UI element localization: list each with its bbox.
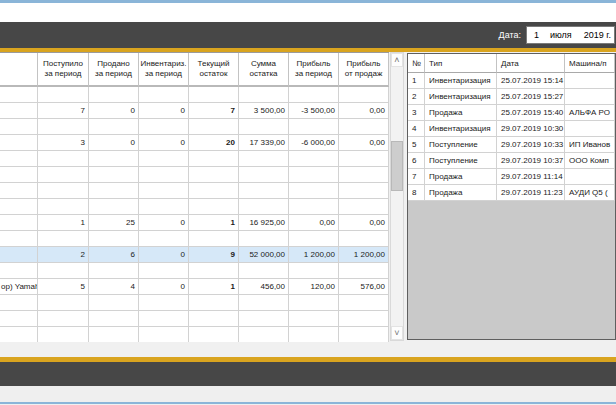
journal-cell: 29.07.2019 10:33 <box>497 137 565 153</box>
date-day-segment[interactable]: 1 <box>534 30 539 40</box>
stock-column-header-4[interactable]: Текущийостаток <box>189 53 239 87</box>
table-cell <box>139 327 189 342</box>
stock-column-header-6[interactable]: Прибыльза период <box>289 53 339 87</box>
table-cell <box>0 103 38 119</box>
table-cell: 4 <box>89 279 139 295</box>
table-cell <box>339 183 389 199</box>
date-label: Дата: <box>499 30 521 40</box>
table-cell <box>0 263 38 279</box>
journal-cell: 25.07.2019 15:14 <box>497 73 565 89</box>
journal-column-header-3[interactable]: Машина/п <box>565 54 615 73</box>
journal-row[interactable]: 5Поступление29.07.2019 10:33ИП Иванов <box>408 137 615 153</box>
table-cell: 0,00 <box>289 215 339 231</box>
table-cell: 25 <box>89 215 139 231</box>
table-cell <box>189 295 239 311</box>
table-cell: 1 <box>189 215 239 231</box>
journal-cell: 3 <box>408 105 425 121</box>
title-strip <box>0 3 616 22</box>
table-row[interactable]: 3002017 339,00-6 000,000,00 <box>0 135 389 151</box>
table-cell <box>289 151 339 167</box>
table-cell <box>239 151 289 167</box>
journal-cell: 1 <box>408 73 425 89</box>
table-cell <box>189 263 239 279</box>
table-cell <box>239 167 289 183</box>
stock-column-header-1[interactable]: Поступилоза период <box>38 53 89 87</box>
journal-row[interactable]: 1Инвентаризация25.07.2019 15:14 <box>408 73 615 89</box>
journal-column-header-0[interactable]: № <box>408 54 425 73</box>
journal-cell <box>565 121 615 137</box>
table-cell <box>289 167 339 183</box>
journal-cell: 29.07.2019 10:37 <box>497 153 565 169</box>
stock-column-header-2[interactable]: Проданоза период <box>89 53 139 87</box>
table-cell <box>139 87 189 103</box>
table-row[interactable]: 1250116 925,000,000,00 <box>0 215 389 231</box>
scroll-up-button[interactable]: ˄ <box>391 53 403 67</box>
stock-column-header-0[interactable] <box>0 53 38 87</box>
table-cell <box>189 231 239 247</box>
table-row[interactable] <box>0 87 389 103</box>
vertical-scrollbar[interactable]: ˄ ˅ <box>390 52 404 341</box>
journal-cell: Продажа <box>425 185 497 201</box>
stock-column-header-3[interactable]: Инвентариз.за период <box>139 53 189 87</box>
table-cell <box>89 87 139 103</box>
table-row[interactable]: 260952 000,001 200,001 200,00 <box>0 247 389 263</box>
journal-column-header-1[interactable]: Тип <box>425 54 497 73</box>
journal-column-header-2[interactable]: Дата <box>497 54 565 73</box>
journal-cell: Поступление <box>425 137 497 153</box>
journal-cell: 29.07.2019 11:14 <box>497 169 565 185</box>
journal-cell: АУДИ Q5 ( <box>565 185 615 201</box>
table-cell <box>239 263 289 279</box>
table-row[interactable] <box>0 151 389 167</box>
scrollbar-thumb[interactable] <box>391 141 403 191</box>
journal-row[interactable]: 7Продажа29.07.2019 11:14 <box>408 169 615 185</box>
table-cell: 7 <box>189 103 239 119</box>
table-cell <box>289 119 339 135</box>
table-cell: 0 <box>139 279 189 295</box>
table-row[interactable]: 70073 500,00-3 500,000,00 <box>0 103 389 119</box>
journal-row[interactable]: 6Поступление29.07.2019 10:37ООО Комп <box>408 153 615 169</box>
table-cell <box>0 167 38 183</box>
table-cell <box>89 167 139 183</box>
table-row[interactable] <box>0 231 389 247</box>
stock-column-header-7[interactable]: Прибыльот продаж <box>339 53 389 87</box>
date-month-segment[interactable]: июля <box>550 30 572 40</box>
table-row[interactable] <box>0 119 389 135</box>
table-cell <box>38 311 89 327</box>
table-cell <box>139 263 189 279</box>
table-cell <box>139 311 189 327</box>
journal-row[interactable]: 8Продажа29.07.2019 11:23АУДИ Q5 ( <box>408 185 615 201</box>
table-row[interactable] <box>0 295 389 311</box>
journal-cell: Поступление <box>425 153 497 169</box>
journal-row[interactable]: 2Инвентаризация25.07.2019 15:27 <box>408 89 615 105</box>
table-row[interactable] <box>0 183 389 199</box>
table-cell <box>339 151 389 167</box>
table-row[interactable] <box>0 327 389 342</box>
table-cell: op) Yamah <box>0 279 38 295</box>
journal-cell <box>565 73 615 89</box>
table-cell <box>239 87 289 103</box>
table-cell <box>38 263 89 279</box>
table-cell <box>0 199 38 215</box>
table-row[interactable] <box>0 199 389 215</box>
table-row[interactable] <box>0 263 389 279</box>
journal-row[interactable]: 3Продажа25.07.2019 15:40АЛЬФА РО <box>408 105 615 121</box>
table-cell <box>38 167 89 183</box>
table-cell <box>0 327 38 342</box>
scroll-down-button[interactable]: ˅ <box>391 326 403 340</box>
journal-row[interactable]: 4Инвентаризация29.07.2019 10:30 <box>408 121 615 137</box>
table-cell <box>0 119 38 135</box>
table-row[interactable] <box>0 311 389 327</box>
table-cell <box>89 311 139 327</box>
table-cell <box>89 295 139 311</box>
table-row[interactable]: op) Yamah5401456,00120,00576,00 <box>0 279 389 295</box>
stock-column-header-5[interactable]: Суммаостатка <box>239 53 289 87</box>
date-year-segment[interactable]: 2019 г. <box>584 30 611 40</box>
table-cell <box>289 231 339 247</box>
table-cell <box>289 327 339 342</box>
table-row[interactable] <box>0 167 389 183</box>
date-input[interactable]: 1 июля 2019 г. <box>526 26 615 44</box>
table-cell: 456,00 <box>239 279 289 295</box>
table-cell: 1 200,00 <box>339 247 389 263</box>
table-cell <box>89 231 139 247</box>
table-cell <box>89 183 139 199</box>
